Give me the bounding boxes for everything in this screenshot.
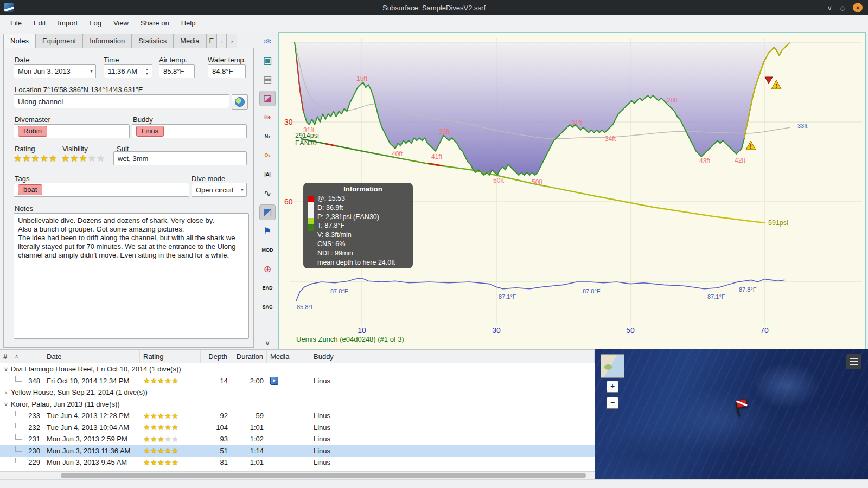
menu-log[interactable]: Log <box>84 17 107 29</box>
tree-branch <box>15 458 22 463</box>
map-zoom-in-button[interactable]: + <box>607 381 618 393</box>
column-header-buddy[interactable]: Buddy <box>310 350 595 363</box>
dc-ceiling-toggle[interactable]: |Δ| <box>259 166 276 182</box>
dive-row[interactable]: 348Fri Oct 10, 2014 12:34 PM★★★★★142:00L… <box>0 375 595 387</box>
dive-row[interactable]: 233Tue Jun 4, 2013 12:28 PM★★★★★9259Linu… <box>0 410 595 422</box>
date-select[interactable]: Mon Jun 3, 2013▾ <box>14 64 96 78</box>
dive-site-flag-icon[interactable] <box>726 397 750 421</box>
dive-row[interactable]: 231Mon Jun 3, 2013 2:59 PM★★★★★931:02Lin… <box>0 433 595 445</box>
air-temp-label: Air temp. <box>159 56 187 64</box>
visibility-stars[interactable]: ★★★★★ <box>61 153 105 164</box>
tag-pill[interactable]: boat <box>18 184 42 195</box>
svg-text:15ft: 15ft <box>356 75 368 82</box>
map-overview-inset[interactable] <box>601 354 624 378</box>
divemaster-tag[interactable]: Robin <box>18 126 47 137</box>
dive-number: 229 <box>28 458 40 466</box>
buddy-field[interactable]: Linus <box>132 124 247 138</box>
map-zoom-out-button[interactable]: − <box>607 397 618 409</box>
show-pictures-icon[interactable]: ▣ <box>259 53 276 68</box>
dive-buddy: Linus <box>310 435 595 443</box>
ndl-icon[interactable]: ⊕ <box>259 261 276 277</box>
notes-textarea[interactable]: Unbelievable dive. Dozens and dozens of … <box>14 213 249 339</box>
suit-field[interactable]: wet, 3mm <box>113 151 247 165</box>
air-temp-field[interactable]: 85.8°F <box>159 64 195 78</box>
column-header-num[interactable]: #∧ <box>0 350 43 363</box>
photos-toggle-icon[interactable]: ◩ <box>259 204 276 220</box>
dive-mode-select[interactable]: Open circuit▾ <box>192 183 247 197</box>
toolbar-scroll-down-icon[interactable]: ∨ <box>257 339 278 347</box>
ead-icon[interactable]: EAD <box>259 280 276 296</box>
tree-branch <box>15 434 22 440</box>
star-icon: ★ <box>150 423 157 432</box>
column-header-duration[interactable]: Duration <box>231 350 267 363</box>
dive-row[interactable]: 229Mon Jun 3, 2013 9:45 AM★★★★★811:01Lin… <box>0 457 595 468</box>
column-header-date[interactable]: Date <box>43 350 140 363</box>
photos-toggle-icon: ◩ <box>263 208 272 217</box>
star-icon: ★ <box>171 435 178 444</box>
time-field[interactable]: 11:36 AM ▴▾ <box>104 64 152 78</box>
sac-icon[interactable]: SAC <box>259 299 276 315</box>
pp-oxygen-toggle[interactable]: O₂ <box>259 147 276 163</box>
trip-row[interactable]: ∨Koror, Palau, Jun 2013 (11 dive(s)) <box>0 399 595 410</box>
star-icon: ★ <box>143 435 150 444</box>
tab-notes[interactable]: Notes <box>3 34 36 48</box>
tab-equipment[interactable]: Equipment <box>35 34 83 48</box>
media-thumbnail-icon[interactable] <box>270 377 278 385</box>
event-bookmark-icon[interactable] <box>765 77 773 84</box>
horizontal-scrollbar[interactable] <box>0 471 595 479</box>
pp-helium-toggle: He <box>264 115 271 120</box>
pp-helium-toggle[interactable]: He <box>259 110 276 125</box>
rating-stars[interactable]: ★★★★★ <box>14 153 58 164</box>
column-header-media[interactable]: Media <box>267 350 310 363</box>
tab-scroll-left-icon[interactable]: ‹ <box>216 34 227 49</box>
ruler-icon[interactable]: ▤ <box>259 72 276 87</box>
collapse-arrow-icon[interactable]: ∨ <box>2 401 10 408</box>
map-menu-icon[interactable] <box>846 354 861 369</box>
tank-bar-icon[interactable]: ⚑ <box>259 223 276 239</box>
dive-profile-panel[interactable]: 10305070306031ft15ft40ft41ft35ft50ft50ft… <box>278 32 866 349</box>
menu-file[interactable]: File <box>4 17 28 29</box>
collapse-arrow-icon[interactable]: ∨ <box>2 365 10 373</box>
location-label: Location 7°16'58.386"N 134°14'43.631"E <box>15 86 143 94</box>
dive-row[interactable]: 232Tue Jun 4, 2013 10:04 AM★★★★★1041:01L… <box>0 422 595 434</box>
menu-view[interactable]: View <box>107 17 135 29</box>
dive-date: Tue Jun 4, 2013 12:28 PM <box>43 412 140 420</box>
expand-arrow-icon[interactable]: › <box>2 389 10 396</box>
app-icon <box>4 3 14 12</box>
svg-text:30: 30 <box>492 326 501 335</box>
scrollbar-thumb[interactable] <box>61 473 586 478</box>
close-icon[interactable]: × <box>853 3 863 12</box>
time-spinner[interactable]: ▴▾ <box>143 66 151 77</box>
tab-statistics[interactable]: Statistics <box>131 34 174 48</box>
dive-mode-icon[interactable]: ♒ <box>259 34 276 49</box>
column-header-rating[interactable]: Rating <box>140 350 201 363</box>
minimize-icon[interactable]: ∨ <box>827 4 832 11</box>
ceiling-toggle-icon[interactable]: ◪ <box>259 91 276 106</box>
menu-import[interactable]: Import <box>52 17 84 29</box>
column-header-depth[interactable]: Depth <box>201 350 231 363</box>
mod-icon[interactable]: MOD <box>259 242 276 258</box>
map-panel[interactable]: + − <box>595 349 868 479</box>
map-globe-button[interactable] <box>232 94 248 110</box>
tab-e[interactable]: E <box>206 34 218 48</box>
divemaster-field[interactable]: Robin <box>14 124 130 138</box>
buddy-tag[interactable]: Linus <box>136 126 164 137</box>
menu-edit[interactable]: Edit <box>28 17 52 29</box>
title-bar[interactable]: Subsurface: SampleDivesV2.ssrf ∨ ◇ × <box>0 0 868 15</box>
dive-row[interactable]: 230Mon Jun 3, 2013 11:36 AM★★★★★511:14Li… <box>0 445 595 457</box>
dive-buddy: Linus <box>310 377 595 385</box>
heart-rate-icon[interactable]: ∿ <box>259 185 276 201</box>
location-input[interactable]: Ulong channel <box>14 94 229 108</box>
tab-media[interactable]: Media <box>173 34 206 48</box>
tab-information[interactable]: Information <box>82 34 132 48</box>
menu-share-on[interactable]: Share on <box>135 17 175 29</box>
tags-field[interactable]: boat <box>14 183 189 197</box>
pp-nitrogen-toggle[interactable]: N₂ <box>259 129 276 144</box>
maximize-icon[interactable]: ◇ <box>840 4 845 11</box>
svg-text:85.8°F: 85.8°F <box>297 304 315 310</box>
water-temp-field[interactable]: 84.8°F <box>208 64 246 78</box>
trip-row[interactable]: ›Yellow House, Sun Sep 21, 2014 (1 dive(… <box>0 387 595 399</box>
trip-row[interactable]: ∨Divi Flamingo House Reef, Fri Oct 10, 2… <box>0 363 595 375</box>
tab-scroll-right-icon[interactable]: › <box>227 34 237 49</box>
menu-help[interactable]: Help <box>175 17 202 29</box>
